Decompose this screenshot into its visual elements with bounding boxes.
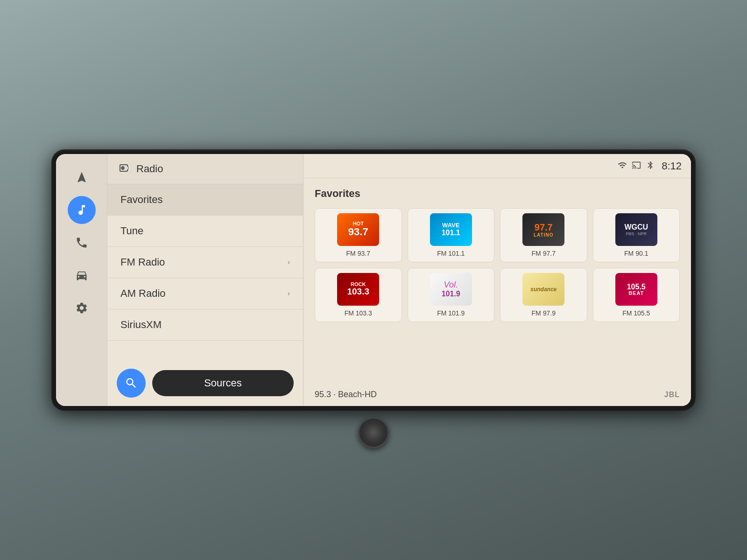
station-label-vol9: FM 101.9 (437, 309, 465, 317)
sources-button[interactable]: Sources (152, 370, 294, 396)
menu-item-am-radio[interactable]: AM Radio › (107, 278, 303, 309)
station-card-vol9[interactable]: Vol. 101.9 FM 101.9 (408, 268, 495, 322)
dashboard-background: Radio Favorites Tune FM Radio › AM Radio (0, 0, 747, 560)
menu-title: Radio (136, 163, 163, 175)
sidebar-item-music[interactable] (68, 196, 96, 224)
now-playing-text: 95.3 · Beach-HD (315, 390, 377, 399)
status-icons (618, 161, 655, 172)
svg-point-0 (122, 167, 124, 169)
cast-icon (632, 161, 641, 172)
main-screen: Radio Favorites Tune FM Radio › AM Radio (56, 154, 691, 406)
bluetooth-icon (646, 161, 655, 172)
main-content: 8:12 Favorites HOT 93.7 (303, 154, 691, 406)
menu-item-favorites[interactable]: Favorites (107, 184, 303, 216)
station-label-wave1011: FM 101.1 (437, 250, 465, 257)
sidebar-item-car[interactable] (68, 261, 96, 289)
favorites-section-title: Favorites (315, 188, 680, 200)
radio-icon (119, 162, 130, 175)
menu-panel: Radio Favorites Tune FM Radio › AM Radio (107, 154, 303, 406)
menu-item-siriusxm[interactable]: SiriusXM (107, 309, 303, 341)
station-card-sundance[interactable]: sundance FM 97.9 (500, 268, 587, 322)
station-label-rock1033: FM 103.3 (345, 309, 372, 317)
station-card-hot937[interactable]: HOT 93.7 FM 93.7 (315, 208, 402, 262)
station-label-wgcu: FM 90.1 (624, 250, 648, 257)
screen-bezel: Radio Favorites Tune FM Radio › AM Radio (51, 149, 696, 411)
station-label-beat1055: FM 105.5 (622, 309, 650, 317)
favorites-grid: HOT 93.7 FM 93.7 WAVE 101.1 (315, 208, 680, 322)
content-area: Favorites HOT 93.7 FM 93.7 (303, 178, 691, 406)
signal-icon (618, 161, 627, 172)
sidebar-item-navigation[interactable] (68, 163, 96, 191)
station-label-hot937: FM 93.7 (346, 250, 370, 257)
sidebar-item-phone[interactable] (68, 229, 96, 257)
station-card-wgcu[interactable]: WGCU PBS · NPR FM 90.1 (593, 208, 680, 262)
station-card-rock1033[interactable]: ROCK 103.3 FM 103.3 (315, 268, 402, 322)
station-label-sundance: FM 97.9 (532, 309, 556, 317)
sidebar (56, 154, 107, 406)
top-bar: 8:12 (303, 154, 691, 178)
sidebar-item-settings[interactable] (68, 294, 96, 322)
station-label-977latino: FM 97.7 (532, 250, 556, 257)
menu-footer: Sources (107, 360, 303, 406)
search-button[interactable] (117, 369, 146, 398)
jbl-logo: JBL (664, 391, 680, 399)
station-card-977latino[interactable]: 97.7 LATINO FM 97.7 (500, 208, 587, 262)
menu-item-tune[interactable]: Tune (107, 216, 303, 247)
menu-item-fm-radio[interactable]: FM Radio › (107, 247, 303, 278)
time-display: 8:12 (662, 160, 682, 172)
station-card-wave1011[interactable]: WAVE 101.1 FM 101.1 (408, 208, 495, 262)
chevron-right-icon: › (288, 289, 290, 298)
station-card-beat1055[interactable]: 105.5 BEAT FM 105.5 (593, 268, 680, 322)
chevron-right-icon: › (288, 258, 290, 266)
menu-items-list: Favorites Tune FM Radio › AM Radio › Sir (107, 184, 303, 360)
menu-header: Radio (107, 154, 303, 184)
now-playing-bar: 95.3 · Beach-HD JBL (315, 390, 680, 399)
